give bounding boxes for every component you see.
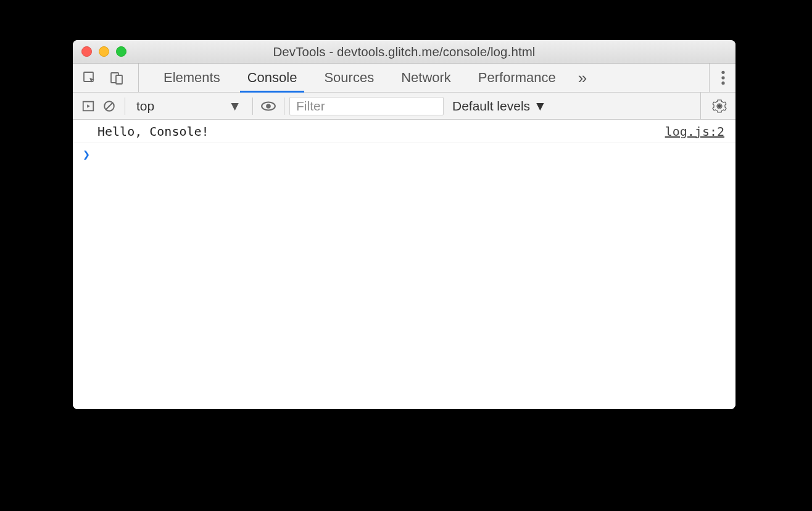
chevron-down-icon: ▼ bbox=[534, 99, 547, 114]
console-prompt[interactable]: ❯ bbox=[73, 143, 735, 165]
minimize-window-button[interactable] bbox=[99, 46, 109, 57]
devtools-tabbar: Elements Console Sources Network Perform… bbox=[73, 64, 735, 93]
svg-point-4 bbox=[721, 76, 724, 79]
traffic-lights bbox=[81, 46, 126, 57]
toggle-sidebar-icon[interactable] bbox=[78, 93, 99, 120]
svg-point-3 bbox=[721, 71, 724, 74]
tabs: Elements Console Sources Network Perform… bbox=[150, 64, 595, 92]
log-source-link[interactable]: log.js:2 bbox=[665, 124, 724, 139]
svg-line-8 bbox=[106, 102, 113, 109]
tab-performance[interactable]: Performance bbox=[465, 64, 570, 92]
live-expression-icon[interactable] bbox=[258, 93, 279, 120]
context-selector[interactable]: top ▼ bbox=[130, 99, 247, 114]
prompt-caret-icon: ❯ bbox=[83, 147, 90, 162]
device-toolbar-icon[interactable] bbox=[106, 64, 127, 91]
window-title: DevTools - devtools.glitch.me/console/lo… bbox=[73, 44, 735, 59]
context-label: top bbox=[136, 99, 154, 114]
log-message: Hello, Console! bbox=[97, 124, 665, 139]
console-toolbar: top ▼ Filter Default levels ▼ bbox=[73, 93, 735, 120]
tab-elements[interactable]: Elements bbox=[150, 64, 234, 92]
console-settings-button[interactable] bbox=[700, 93, 731, 119]
zoom-window-button[interactable] bbox=[116, 46, 126, 57]
tab-sources[interactable]: Sources bbox=[310, 64, 387, 92]
close-window-button[interactable] bbox=[81, 46, 92, 57]
levels-label: Default levels bbox=[452, 99, 530, 114]
tab-network[interactable]: Network bbox=[387, 64, 465, 92]
devtools-window: DevTools - devtools.glitch.me/console/lo… bbox=[73, 40, 735, 409]
svg-point-5 bbox=[721, 81, 724, 85]
clear-console-icon[interactable] bbox=[99, 93, 120, 120]
more-tabs-button[interactable]: » bbox=[570, 64, 595, 92]
tab-console[interactable]: Console bbox=[234, 64, 311, 92]
devtools-menu-button[interactable] bbox=[709, 64, 729, 92]
console-output[interactable]: Hello, Console! log.js:2 ❯ bbox=[73, 120, 735, 409]
log-levels-selector[interactable]: Default levels ▼ bbox=[444, 99, 555, 114]
inspect-element-icon[interactable] bbox=[79, 64, 100, 91]
svg-point-11 bbox=[718, 104, 721, 108]
filter-input[interactable]: Filter bbox=[289, 97, 444, 115]
svg-rect-2 bbox=[116, 75, 122, 84]
svg-point-10 bbox=[266, 104, 271, 109]
filter-placeholder: Filter bbox=[296, 99, 325, 114]
log-row[interactable]: Hello, Console! log.js:2 bbox=[73, 120, 735, 143]
titlebar: DevTools - devtools.glitch.me/console/lo… bbox=[73, 40, 735, 64]
chevron-down-icon: ▼ bbox=[228, 99, 241, 114]
